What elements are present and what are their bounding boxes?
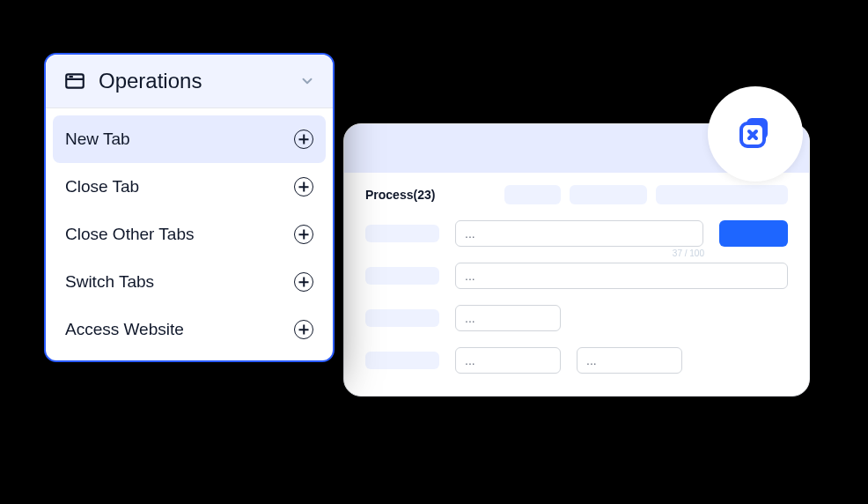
tab-placeholder[interactable] <box>570 185 647 204</box>
input-placeholder: ... <box>465 226 475 241</box>
form-row: ... <box>365 263 788 289</box>
operations-dropdown: Operations New Tab Close Tab Close Other… <box>44 53 335 362</box>
panel-tabs: Process(23) <box>365 185 788 204</box>
text-input[interactable]: ... 37 / 100 <box>455 220 703 247</box>
menu-item-new-tab[interactable]: New Tab <box>53 115 326 163</box>
menu-item-close-other-tabs[interactable]: Close Other Tabs <box>53 211 326 258</box>
field-label-placeholder <box>365 352 439 369</box>
input-placeholder: ... <box>465 353 475 367</box>
form-row: ... 37 / 100 <box>365 220 788 247</box>
menu-item-label: Access Website <box>65 320 184 339</box>
process-tab-label[interactable]: Process(23) <box>365 188 435 202</box>
char-counter: 37 / 100 <box>673 248 704 258</box>
menu-item-label: Close Other Tabs <box>65 225 194 244</box>
input-placeholder: ... <box>586 353 597 367</box>
dropdown-title: Operations <box>99 69 287 93</box>
form-row: ... ... <box>365 347 788 374</box>
tab-placeholder[interactable] <box>504 185 561 204</box>
plus-icon <box>294 130 313 149</box>
field-label-placeholder <box>365 309 439 327</box>
menu-item-access-website[interactable]: Access Website <box>53 306 326 353</box>
menu-item-switch-tabs[interactable]: Switch Tabs <box>53 258 326 306</box>
menu-item-label: Close Tab <box>65 177 139 196</box>
dropdown-header[interactable]: Operations <box>46 55 333 108</box>
field-label-placeholder <box>365 225 439 242</box>
tab-placeholder[interactable] <box>656 185 788 204</box>
form-row: ... <box>365 305 788 331</box>
primary-button[interactable] <box>719 220 788 247</box>
close-tabs-icon <box>734 111 776 157</box>
text-input[interactable]: ... <box>455 305 561 331</box>
browser-window-icon <box>63 70 86 93</box>
plus-icon <box>294 272 313 292</box>
chevron-down-icon <box>299 73 315 89</box>
menu-item-label: Switch Tabs <box>65 272 154 292</box>
input-placeholder: ... <box>465 311 475 325</box>
dropdown-list: New Tab Close Tab Close Other Tabs Switc… <box>46 108 333 360</box>
menu-item-label: New Tab <box>65 130 130 149</box>
plus-icon <box>294 177 313 196</box>
text-input[interactable]: ... <box>455 347 561 374</box>
svg-rect-2 <box>66 74 84 87</box>
field-label-placeholder <box>365 267 439 285</box>
menu-item-close-tab[interactable]: Close Tab <box>53 163 326 211</box>
plus-icon <box>294 320 313 339</box>
text-input[interactable]: ... <box>577 347 682 374</box>
panel-body: Process(23) ... 37 / 100 ... ... <box>344 173 809 397</box>
text-input[interactable]: ... <box>455 263 788 289</box>
close-tabs-fab[interactable] <box>708 86 803 182</box>
input-placeholder: ... <box>465 269 475 283</box>
plus-icon <box>294 225 313 244</box>
